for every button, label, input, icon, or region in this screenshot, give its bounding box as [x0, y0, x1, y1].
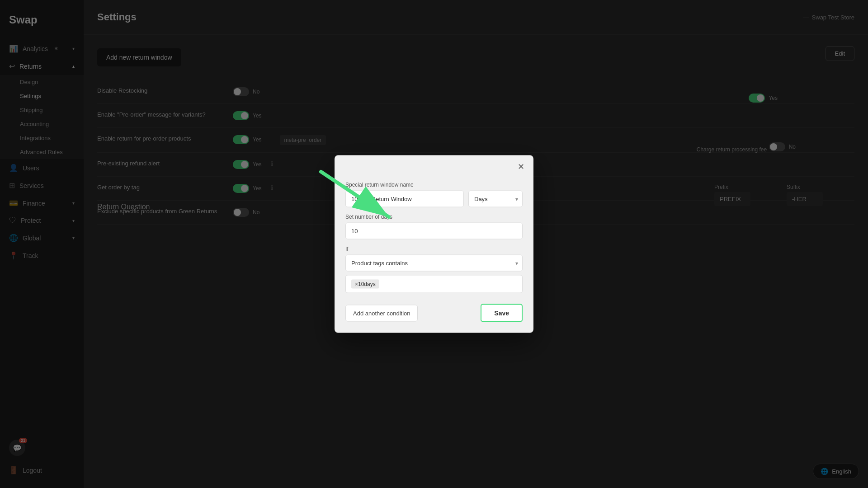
modal-type-select-wrap: Days Hours Weeks	[468, 191, 523, 207]
modal-close-button[interactable]: ✕	[516, 161, 526, 173]
modal-footer: Add another condition Save	[345, 300, 523, 322]
tag-chip-label: ×10days	[355, 281, 376, 287]
modal-return-window: ✕ Special return window name Days Hours …	[335, 155, 533, 333]
modal-if-label: If	[345, 246, 523, 252]
modal-tags-input[interactable]: ×10days	[345, 275, 523, 293]
modal-type-select[interactable]: Days Hours Weeks	[468, 191, 523, 207]
tag-chip-10days[interactable]: ×10days	[351, 280, 379, 289]
modal-days-input[interactable]	[345, 223, 523, 239]
modal-body: Special return window name Days Hours We…	[335, 173, 533, 333]
modal-name-input[interactable]	[345, 191, 464, 207]
modal-days-label: Set number of days	[345, 214, 523, 220]
modal-condition-select[interactable]: Product tags contains Order tags contain…	[345, 255, 523, 272]
modal-name-row: Days Hours Weeks	[345, 191, 523, 207]
modal-name-label: Special return window name	[345, 182, 523, 188]
add-condition-button[interactable]: Add another condition	[345, 305, 418, 321]
modal-header: ✕	[335, 155, 533, 173]
modal-condition-wrap: Product tags contains Order tags contain…	[345, 255, 523, 272]
save-button[interactable]: Save	[481, 304, 523, 322]
